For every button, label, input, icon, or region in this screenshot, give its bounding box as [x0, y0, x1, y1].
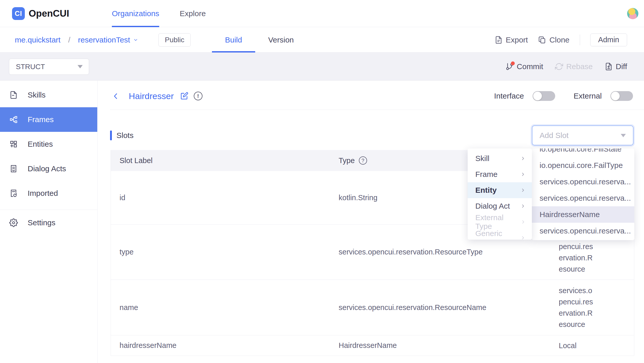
slot-label-cell: hairdresserName [111, 335, 330, 356]
imported-icon [9, 189, 18, 198]
slot-source-cell: Local [548, 335, 634, 356]
refresh-icon [555, 62, 563, 71]
diff-label: Diff [616, 62, 627, 71]
menu-item-skill[interactable]: Skill [468, 151, 532, 166]
page-toggles: Interface External [494, 91, 633, 101]
info-icon[interactable]: ! [194, 92, 202, 100]
user-avatar[interactable] [627, 8, 638, 19]
project-bar: me.quickstart / reservationTest Public B… [0, 27, 644, 52]
submenu-item-hairdresser-name[interactable]: HairdresserName [532, 206, 634, 223]
menu-item-label: Entity [475, 186, 497, 195]
table-row-hairdresser-name[interactable]: hairdresserName HairdresserName Local [111, 335, 634, 356]
menu-item-dialog-act[interactable]: Dialog Act [468, 198, 532, 214]
menu-item-frame[interactable]: Frame [468, 166, 532, 182]
sidebar-divider [0, 210, 97, 210]
main-nav-tabs: Organizations Explore [112, 0, 206, 27]
breadcrumb-org-link[interactable]: me.quickstart [15, 36, 60, 44]
sidebar-item-dialog-acts[interactable]: Dialog Acts [0, 156, 97, 181]
entities-grid-icon [9, 140, 18, 148]
interface-toggle-group: Interface [494, 91, 555, 101]
header-divider [110, 110, 644, 110]
menu-item-label: Dialog Act [475, 202, 510, 210]
source-line: ervation.R [559, 252, 593, 263]
sidebar-item-label: Skills [28, 91, 46, 99]
source-line: esource [559, 263, 585, 275]
top-navbar: CI OpenCUI Organizations Explore [0, 0, 644, 27]
clone-label: Clone [549, 36, 569, 44]
struct-select[interactable]: STRUCT [9, 59, 89, 75]
page-title: Hairdresser [129, 91, 174, 101]
chevron-right-icon [521, 220, 525, 224]
sidebar-item-frames[interactable]: Frames [0, 107, 97, 132]
submenu-item-fillstate[interactable]: io.opencui.core.FillState [532, 148, 634, 157]
project-actions: Export Clone Admin [495, 27, 627, 52]
sidebar-item-label: Frames [28, 115, 54, 124]
menu-item-label: Skill [475, 154, 489, 163]
external-toggle[interactable] [610, 91, 633, 101]
menu-item-external-type: External Type [468, 214, 532, 230]
breadcrumb-project-link[interactable]: reservationTest [78, 36, 138, 44]
visibility-badge: Public [158, 33, 191, 47]
brand-title: OpenCUI [29, 8, 69, 19]
edit-icon[interactable] [180, 92, 189, 100]
type-header-text: Type [339, 156, 355, 165]
chevron-right-icon [521, 236, 525, 240]
chevron-right-icon [521, 204, 525, 208]
gear-icon [9, 218, 18, 227]
tab-build[interactable]: Build [212, 27, 255, 52]
tab-version[interactable]: Version [255, 27, 307, 52]
submenu-item-reservation-3[interactable]: services.opencui.reserva... [532, 223, 634, 239]
document-icon [9, 91, 18, 99]
sidebar-item-settings[interactable]: Settings [0, 210, 97, 235]
tab-explore[interactable]: Explore [180, 0, 206, 27]
diff-file-icon [605, 62, 613, 71]
source-line: pencui.res [559, 241, 593, 252]
source-line: esource [559, 319, 585, 330]
add-slot-select[interactable]: Add Slot [532, 125, 634, 145]
menu-item-label: External Type [475, 213, 521, 231]
slot-type-cell: services.opencui.reservation.ResourceNam… [330, 280, 548, 335]
submenu-item-reservation-1[interactable]: services.opencui.reserva... [532, 174, 634, 190]
actions-divider [580, 35, 580, 45]
export-button[interactable]: Export [495, 36, 528, 44]
commit-button[interactable]: Commit [506, 62, 543, 71]
clone-button[interactable]: Clone [538, 36, 569, 44]
sidebar-item-imported[interactable]: Imported [0, 181, 97, 206]
sidebar-item-label: Settings [28, 218, 55, 227]
admin-button[interactable]: Admin [590, 34, 627, 46]
rebase-button: Rebase [555, 62, 593, 71]
breadcrumb: me.quickstart / reservationTest [15, 27, 138, 52]
chevron-right-icon [521, 172, 525, 177]
menu-item-entity[interactable]: Entity [468, 182, 532, 198]
back-icon[interactable] [112, 92, 120, 100]
menu-item-generic-type: Generic Type [468, 230, 532, 240]
breadcrumb-separator: / [68, 36, 70, 44]
tab-organizations[interactable]: Organizations [112, 0, 159, 27]
sidebar-item-skills[interactable]: Skills [0, 83, 97, 107]
slot-label-cell: type [111, 225, 330, 280]
slot-label-cell: name [111, 280, 330, 335]
diff-button[interactable]: Diff [605, 62, 627, 71]
opencui-logo-icon[interactable]: CI [12, 7, 25, 20]
slot-type-cell: HairdresserName [330, 335, 548, 356]
submenu-item-reservation-2[interactable]: services.opencui.reserva... [532, 190, 634, 206]
toggle-knob [533, 92, 542, 100]
export-file-icon [495, 36, 503, 44]
help-icon[interactable]: ? [359, 156, 367, 165]
chevron-right-icon [521, 156, 525, 161]
opencui-app: CI OpenCUI Organizations Explore me.quic… [0, 0, 644, 363]
rebase-label: Rebase [566, 62, 593, 71]
external-label: External [574, 92, 602, 100]
source-line: Local [559, 340, 576, 351]
sidebar-item-label: Dialog Acts [28, 164, 66, 173]
submenu-item-failtype[interactable]: io.opencui.core.FailType [532, 157, 634, 174]
slot-label-cell: id [111, 171, 330, 224]
external-toggle-group: External [574, 91, 633, 101]
interface-toggle[interactable] [533, 91, 555, 101]
sidebar-item-entities[interactable]: Entities [0, 132, 97, 156]
table-row-name[interactable]: name services.opencui.reservation.Resour… [111, 280, 634, 335]
sidebar: Skills Frames Entities Dialog Acts Impor… [0, 81, 98, 363]
section-accent-bar [110, 131, 112, 140]
entity-type-submenu: io.opencui.core.FillState io.opencui.cor… [532, 148, 634, 240]
slots-title-text: Slots [116, 131, 134, 140]
